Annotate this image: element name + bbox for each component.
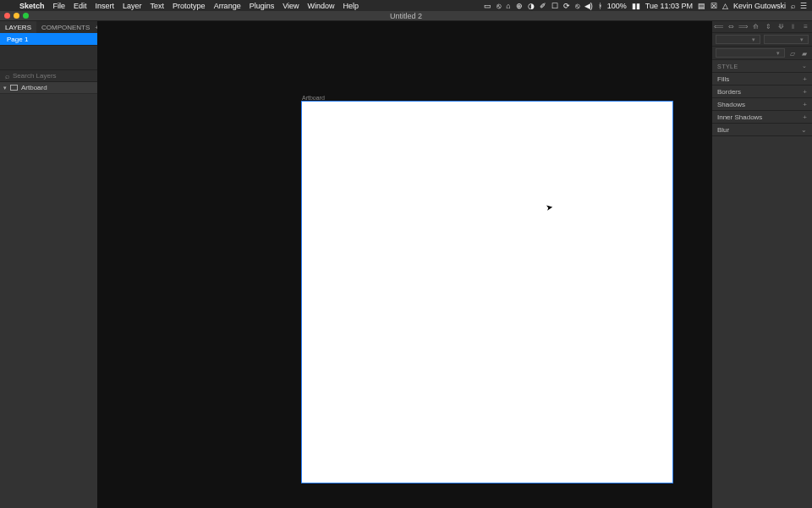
flag-icon[interactable]: ▤	[698, 2, 705, 10]
battery-text: 100%	[607, 2, 627, 10]
artboard[interactable]	[302, 102, 672, 483]
layer-item-artboard[interactable]: ▾ Artboard	[0, 82, 97, 94]
blur-section[interactable]: Blur ⌄	[712, 124, 812, 136]
align-bottom-icon[interactable]: ⟱	[776, 23, 786, 30]
inner-shadows-section[interactable]: Inner Shadows +	[712, 111, 812, 124]
size-row: ▾ ▱ ▰	[712, 47, 812, 60]
add-inner-shadow-button[interactable]: +	[803, 113, 807, 121]
layer-search: ⌕	[0, 70, 97, 82]
left-sidebar: LAYERS COMPONENTS + ⌃ Page 1 ⌕ ▾ Artboar…	[0, 21, 97, 508]
fills-section[interactable]: Fills +	[712, 73, 812, 86]
tray-icon[interactable]: ⟳	[563, 2, 570, 10]
control-center-icon[interactable]: ☰	[800, 2, 807, 10]
battery-icon[interactable]: ▮▮	[632, 2, 640, 10]
tray-icon[interactable]: ⌂	[506, 2, 510, 10]
add-border-button[interactable]: +	[803, 88, 807, 96]
zoom-window-button[interactable]	[23, 13, 29, 19]
tray-icon[interactable]: ⎋	[497, 2, 501, 10]
align-center-v-icon[interactable]: ⇕	[764, 23, 773, 30]
menu-app[interactable]: Sketch	[15, 2, 49, 10]
artboard-icon	[10, 85, 18, 91]
menu-prototype[interactable]: Prototype	[168, 2, 210, 10]
menu-view[interactable]: View	[278, 2, 303, 10]
user-name[interactable]: Kevin Gutowski	[733, 2, 786, 10]
flip-v-icon[interactable]: ▰	[800, 50, 809, 57]
close-window-button[interactable]	[4, 13, 10, 19]
distribute-v-icon[interactable]: ≡	[801, 23, 810, 30]
bluetooth-icon[interactable]: ᚼ	[598, 2, 602, 10]
w-field[interactable]: ▾	[716, 48, 785, 58]
align-top-icon[interactable]: ⟰	[751, 23, 760, 30]
tray-icon[interactable]: ▭	[484, 2, 491, 10]
search-icon: ⌕	[5, 72, 9, 80]
menu-text[interactable]: Text	[146, 2, 169, 10]
tab-layers[interactable]: LAYERS	[0, 21, 36, 33]
search-input[interactable]	[13, 72, 92, 80]
tray-icon[interactable]: ◑	[528, 2, 535, 10]
menu-arrange[interactable]: Arrange	[210, 2, 245, 10]
menu-plugins[interactable]: Plugins	[245, 2, 279, 10]
mouse-cursor-icon: ➤	[545, 202, 553, 212]
disclosure-icon[interactable]: ▾	[3, 85, 7, 91]
left-tabbar: LAYERS COMPONENTS + ⌃	[0, 21, 97, 33]
status-tray: ▭ ⎋ ⌂ ⊕ ◑ ✐ ☐ ⟳ ⎋ ◀) ᚼ 100% ▮▮ Tue 11:03…	[484, 2, 809, 10]
macos-menubar: Sketch File Edit Insert Layer Text Proto…	[0, 0, 812, 11]
menu-file[interactable]: File	[49, 2, 70, 10]
add-shadow-button[interactable]: +	[803, 101, 807, 108]
tab-components[interactable]: COMPONENTS	[36, 21, 95, 33]
tray-icon[interactable]: △	[722, 2, 728, 10]
blur-chevron-icon[interactable]: ⌄	[801, 126, 807, 134]
tray-icon[interactable]: ⊕	[516, 2, 523, 10]
menu-edit[interactable]: Edit	[69, 2, 91, 10]
window-titlebar: Untitled 2	[0, 11, 812, 21]
menu-window[interactable]: Window	[304, 2, 339, 10]
canvas[interactable]: Artboard ➤	[97, 21, 712, 508]
flip-h-icon[interactable]: ▱	[788, 50, 797, 57]
tray-icon[interactable]: ☒	[710, 2, 717, 10]
spotlight-icon[interactable]: ⌕	[791, 2, 795, 10]
chevron-down-icon[interactable]: ⌄	[802, 63, 808, 69]
menu-help[interactable]: Help	[339, 2, 364, 10]
minimize-window-button[interactable]	[14, 13, 19, 19]
align-right-icon[interactable]: ⟹	[738, 23, 748, 30]
y-field[interactable]: ▾	[764, 35, 809, 44]
align-center-h-icon[interactable]: ⇔	[727, 23, 736, 30]
borders-section[interactable]: Borders +	[712, 86, 812, 98]
add-fill-button[interactable]: +	[803, 75, 807, 83]
align-left-icon[interactable]: ⟸	[714, 23, 723, 30]
menu-layer[interactable]: Layer	[118, 2, 146, 10]
tray-icon[interactable]: ☐	[551, 2, 558, 10]
inspector-panel: ⟸ ⇔ ⟹ ⟰ ⇕ ⟱ ⫴ ≡ ▾ ▾ ▾ ▱ ▰ STYLE ⌄ Fills …	[712, 21, 812, 508]
distribute-h-icon[interactable]: ⫴	[788, 23, 798, 30]
page-item[interactable]: Page 1	[0, 33, 97, 45]
clock[interactable]: Tue 11:03 PM	[645, 2, 693, 10]
artboard-title[interactable]: Artboard	[302, 95, 325, 101]
volume-icon[interactable]: ◀)	[584, 2, 593, 10]
window-title: Untitled 2	[0, 12, 812, 20]
pages-spacer	[0, 45, 97, 70]
x-field[interactable]: ▾	[716, 35, 760, 44]
tray-icon[interactable]: ✐	[540, 2, 546, 10]
wifi-icon[interactable]: ⎋	[575, 2, 579, 10]
shadows-section[interactable]: Shadows +	[712, 98, 812, 111]
menu-insert[interactable]: Insert	[91, 2, 119, 10]
layer-label: Artboard	[21, 84, 47, 91]
style-header: STYLE ⌄	[712, 60, 812, 73]
position-row: ▾ ▾	[712, 33, 812, 47]
pages-list: Page 1	[0, 33, 97, 45]
alignment-controls: ⟸ ⇔ ⟹ ⟰ ⇕ ⟱ ⫴ ≡	[712, 21, 812, 33]
traffic-lights	[4, 13, 29, 19]
